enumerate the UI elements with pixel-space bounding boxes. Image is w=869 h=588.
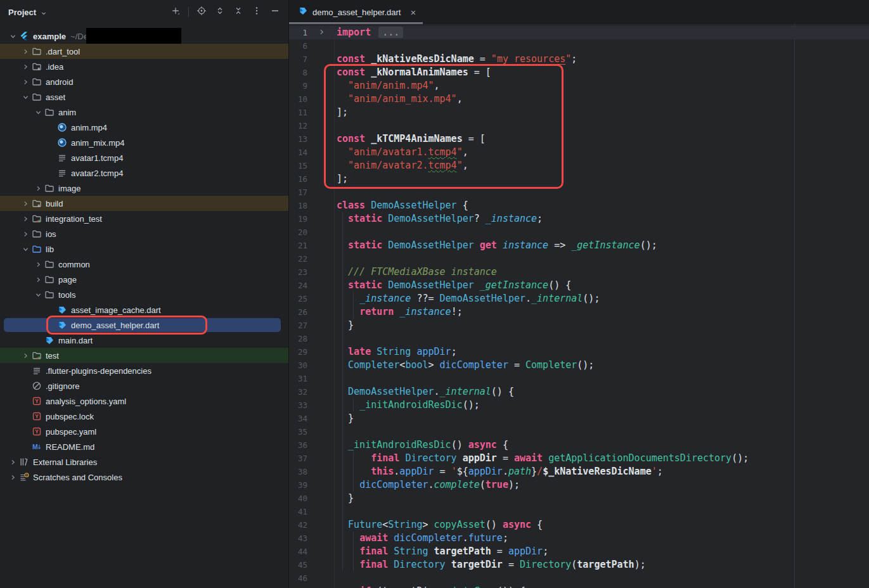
tree-item--dart-tool[interactable]: .dart_tool [0, 44, 288, 59]
panel-title[interactable]: Project [8, 8, 36, 17]
code-line-46[interactable]: 46 [289, 572, 869, 585]
chevron-right-icon[interactable] [20, 352, 32, 359]
code-line-39[interactable]: 39 dicCompleter.complete(true); [289, 478, 869, 492]
code-line-44[interactable]: 44 final String targetPath = appDir; [289, 545, 869, 558]
chevron-right-icon[interactable] [7, 474, 19, 481]
more-options-button[interactable] [251, 6, 262, 18]
code-line-47[interactable]: 47 if (targetDir.existsSync()) { [289, 585, 869, 588]
tree-item-anim-mix-mp4[interactable]: anim_mix.mp4 [0, 135, 288, 150]
code-line-45[interactable]: 45 final Directory targetDir = Directory… [289, 558, 869, 572]
code-line-37[interactable]: 37 final Directory appDir = await getApp… [289, 452, 869, 465]
fold-gutter[interactable] [307, 26, 337, 39]
code-line-20[interactable]: 20 [289, 226, 869, 239]
chevron-down-icon[interactable] [40, 8, 48, 20]
tree-item-page[interactable]: page [0, 272, 288, 287]
line-number[interactable]: 11 [289, 106, 307, 119]
tree-item-integration-test[interactable]: integration_test [0, 211, 288, 226]
editor-tab[interactable]: demo_asset_helper.dart × [289, 0, 423, 24]
line-number[interactable]: 39 [289, 478, 307, 492]
tree-item-asset[interactable]: asset [0, 89, 288, 105]
code-line-22[interactable]: 22 [289, 252, 869, 265]
tree-item-anim[interactable]: anim [0, 105, 288, 120]
tree-item-avatar1-tcmp4[interactable]: avatar1.tcmp4 [0, 150, 288, 165]
tree-item-avatar2-tcmp4[interactable]: avatar2.tcmp4 [0, 165, 288, 181]
tree-item-asset-image-cache-dart[interactable]: asset_image_cache.dart [0, 302, 288, 317]
code-line-26[interactable]: 26 return _instance!; [289, 305, 869, 319]
code-line-32[interactable]: 32 DemoAssetHelper._internal() { [289, 385, 869, 399]
code-line-15[interactable]: 15 "anim/avatar2.tcmp4", [289, 159, 869, 172]
code-line-41[interactable]: 41 [289, 505, 869, 518]
tree-item-readme-md[interactable]: MREADME.md [0, 439, 288, 454]
line-number[interactable]: 29 [289, 345, 307, 359]
code-line-11[interactable]: 11]; [289, 106, 869, 119]
line-number[interactable]: 42 [289, 518, 307, 532]
code-line-36[interactable]: 36 _initAndroidResDic() async { [289, 438, 869, 452]
tree-item-tools[interactable]: tools [0, 287, 288, 302]
tree-item-image[interactable]: image [0, 181, 288, 196]
line-number[interactable]: 46 [289, 572, 307, 585]
expand-all-button[interactable] [214, 6, 226, 18]
code-line-27[interactable]: 27 } [289, 319, 869, 332]
line-number[interactable]: 45 [289, 558, 307, 572]
line-number[interactable]: 6 [289, 39, 307, 53]
locate-opened-file-button[interactable] [196, 6, 207, 18]
code-line-34[interactable]: 34 } [289, 412, 869, 425]
chevron-right-icon[interactable] [20, 79, 32, 86]
chevron-right-icon[interactable] [32, 261, 44, 268]
tree-item-external-libraries[interactable]: External Libraries [0, 454, 288, 470]
tree-item-anim-mp4[interactable]: anim.mp4 [0, 120, 288, 135]
tree-item-ios[interactable]: ios [0, 226, 288, 241]
code-line-38[interactable]: 38 this.appDir = '${appDir.path}/$_kNati… [289, 465, 869, 478]
line-number[interactable]: 44 [289, 545, 307, 558]
line-number[interactable]: 22 [289, 252, 307, 265]
code-line-18[interactable]: 18class DemoAssetHelper { [289, 199, 869, 212]
line-number[interactable]: 40 [289, 492, 307, 505]
line-number[interactable]: 30 [289, 359, 307, 372]
chevron-right-icon[interactable] [20, 215, 32, 222]
code-line-13[interactable]: 13const _kTCMP4AnimNames = [ [289, 132, 869, 146]
code-line-33[interactable]: 33 _initAndroidResDic(); [289, 399, 869, 412]
tree-item-analysis-options-yaml[interactable]: Yanalysis_options.yaml [0, 393, 288, 409]
line-number[interactable]: 38 [289, 465, 307, 478]
tree-item-main-dart[interactable]: main.dart [0, 333, 288, 348]
line-number[interactable]: 15 [289, 159, 307, 172]
chevron-right-icon[interactable] [32, 276, 44, 283]
line-number[interactable]: 1 [289, 26, 307, 39]
line-number[interactable]: 36 [289, 438, 307, 452]
line-number[interactable]: 21 [289, 239, 307, 252]
chevron-down-icon[interactable] [32, 291, 44, 298]
line-number[interactable]: 31 [289, 372, 307, 385]
line-number[interactable]: 47 [289, 585, 307, 588]
chevron-right-icon[interactable] [20, 63, 32, 70]
line-number[interactable]: 41 [289, 505, 307, 518]
line-number[interactable]: 33 [289, 399, 307, 412]
code-line-40[interactable]: 40 } [289, 492, 869, 505]
line-number[interactable]: 23 [289, 265, 307, 279]
chevron-right-icon[interactable] [7, 459, 19, 466]
code-line-7[interactable]: 7const _kNativeResDicName = "my_resource… [289, 53, 869, 66]
line-number[interactable]: 7 [289, 53, 307, 66]
line-number[interactable]: 12 [289, 119, 307, 132]
chevron-right-icon[interactable] [20, 200, 32, 207]
code-line-28[interactable]: 28 [289, 332, 869, 345]
code-line-9[interactable]: 9 "anim/anim.mp4", [289, 79, 869, 93]
code-line-35[interactable]: 35 [289, 425, 869, 438]
collapse-all-button[interactable] [233, 6, 244, 18]
code-editor[interactable]: 1import ...67const _kNativeResDicName = … [289, 24, 869, 588]
line-number[interactable]: 32 [289, 385, 307, 399]
tree-item-lib[interactable]: lib [0, 241, 288, 257]
chevron-down-icon[interactable] [7, 33, 19, 40]
tree-item-test[interactable]: test [0, 348, 288, 363]
line-number[interactable]: 16 [289, 172, 307, 186]
line-number[interactable]: 28 [289, 332, 307, 345]
line-number[interactable]: 9 [289, 79, 307, 93]
chevron-down-icon[interactable] [20, 94, 32, 101]
code-line-6[interactable]: 6 [289, 39, 869, 53]
code-line-31[interactable]: 31 [289, 372, 869, 385]
line-number[interactable]: 17 [289, 186, 307, 199]
chevron-down-icon[interactable] [32, 109, 44, 116]
tree-item--idea[interactable]: .idea [0, 59, 288, 74]
line-number[interactable]: 8 [289, 66, 307, 79]
line-number[interactable]: 34 [289, 412, 307, 425]
chevron-down-icon[interactable] [20, 246, 32, 253]
